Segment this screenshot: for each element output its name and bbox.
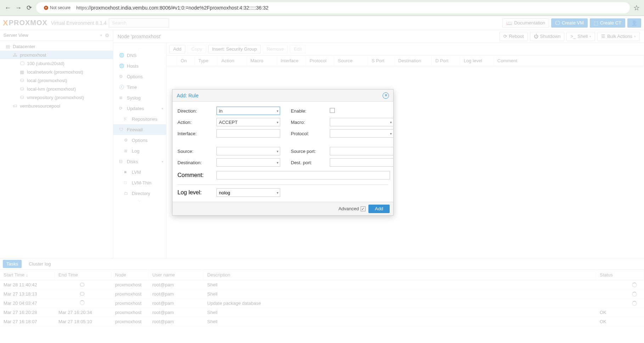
- chevron-down-icon: ▾: [277, 120, 278, 124]
- interface-label: Interface:: [177, 131, 216, 136]
- chevron-down-icon: ▾: [277, 109, 278, 113]
- interface-input[interactable]: [216, 129, 280, 138]
- log-level-select[interactable]: nolog▾: [216, 188, 280, 197]
- advanced-toggle[interactable]: Advanced: [338, 206, 366, 211]
- modal-header[interactable]: Add: Rule ✕: [173, 90, 393, 102]
- protocol-label: Protocol:: [291, 131, 330, 136]
- macro-select[interactable]: ▾: [330, 118, 394, 126]
- enable-checkbox[interactable]: [330, 108, 335, 113]
- reload-icon[interactable]: ⟳: [26, 4, 33, 11]
- enable-label: Enable:: [291, 108, 330, 114]
- direction-label: Direction:: [177, 108, 216, 114]
- chevron-down-icon: ▾: [390, 132, 392, 136]
- source-select[interactable]: ▾: [216, 147, 280, 155]
- add-rule-modal: Add: Rule ✕ Direction: in▾ Enable: Actio…: [172, 89, 394, 216]
- source-label: Source:: [177, 149, 216, 154]
- macro-label: Macro:: [291, 120, 330, 125]
- address-bar[interactable]: ✕ Not secure https://proxmoxhost.india.v…: [36, 2, 630, 13]
- log-level-label: Log level:: [177, 189, 216, 196]
- bookmark-star-icon[interactable]: ☆: [633, 4, 640, 12]
- not-secure-icon: ✕: [44, 6, 48, 10]
- not-secure-label: Not secure: [50, 5, 70, 10]
- url-text: https://proxmoxhost.india.vembu.com:8006…: [76, 5, 269, 11]
- action-select[interactable]: ACCEPT▾: [216, 118, 280, 126]
- comment-label: Comment:: [177, 172, 216, 178]
- action-label: Action:: [177, 120, 216, 125]
- not-secure-badge[interactable]: ✕ Not secure: [41, 5, 73, 11]
- advanced-checkbox[interactable]: [361, 206, 366, 211]
- chevron-down-icon: ▾: [390, 120, 392, 124]
- modal-add-button[interactable]: Add: [368, 205, 390, 213]
- chevron-down-icon: ▾: [277, 149, 278, 153]
- dest-port-input[interactable]: [330, 158, 394, 167]
- source-port-label: Source port:: [291, 149, 330, 154]
- comment-input[interactable]: [216, 171, 390, 179]
- close-icon[interactable]: ✕: [383, 92, 389, 99]
- dest-port-label: Dest. port:: [291, 160, 330, 165]
- back-icon[interactable]: ←: [4, 4, 11, 11]
- chevron-down-icon: ▾: [277, 191, 278, 195]
- modal-title: Add: Rule: [177, 93, 198, 98]
- browser-chrome: ← → ⟳ ✕ Not secure https://proxmoxhost.i…: [0, 0, 644, 16]
- destination-label: Destination:: [177, 160, 216, 165]
- source-port-input[interactable]: [330, 147, 394, 155]
- destination-select[interactable]: ▾: [216, 158, 280, 167]
- protocol-select[interactable]: ▾: [330, 129, 394, 138]
- chevron-down-icon: ▾: [277, 161, 278, 165]
- forward-icon[interactable]: →: [15, 4, 22, 11]
- direction-select[interactable]: in▾: [216, 107, 280, 115]
